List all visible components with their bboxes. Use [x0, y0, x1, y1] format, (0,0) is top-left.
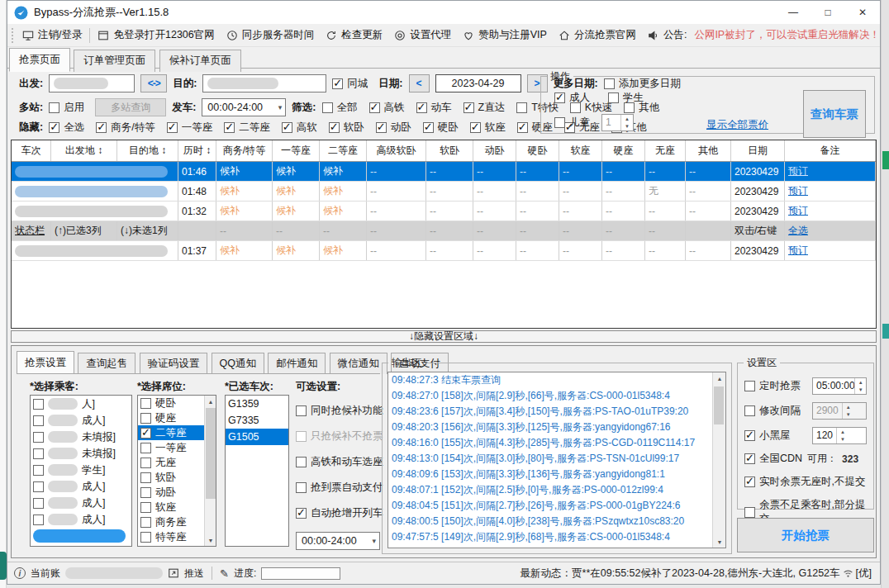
maximize-button[interactable]: □ — [811, 1, 845, 24]
stepper-arrows[interactable]: ▲▼ — [842, 403, 854, 419]
arrow-down-icon[interactable]: ▼ — [205, 534, 216, 546]
toolbar-grip[interactable] — [12, 28, 14, 43]
checkbox[interactable] — [33, 432, 44, 443]
train-item[interactable]: G1359 — [226, 396, 288, 412]
row-action-link[interactable]: 预订 — [785, 182, 876, 201]
tab-wechat-notify[interactable]: 微信通知 — [330, 353, 387, 374]
checkbox[interactable] — [470, 122, 481, 133]
checkbox[interactable] — [33, 465, 44, 476]
arrow-up-icon[interactable]: ▲ — [837, 428, 849, 436]
same-city-checkbox-item[interactable]: 同城 — [332, 77, 368, 91]
checkbox[interactable] — [33, 399, 44, 410]
filter-checkbox-item[interactable]: Z直达 — [464, 101, 506, 115]
hide-checkbox-item[interactable]: 高软 — [282, 121, 317, 135]
check-update-button[interactable]: 检查更新 — [320, 26, 388, 45]
child-count-stepper[interactable]: 1▲▼ — [601, 114, 634, 131]
train-list[interactable]: G1359G7335G1505 — [225, 395, 289, 547]
checkbox[interactable] — [33, 498, 44, 509]
seat-item[interactable]: 二等座 — [138, 425, 205, 440]
option-checkbox-item[interactable]: 只抢候补不抢票 — [296, 429, 385, 443]
enable-checkbox-item[interactable]: 启用 — [49, 101, 84, 115]
checkbox[interactable] — [608, 92, 619, 103]
filter-checkbox-item[interactable]: 高铁 — [369, 101, 405, 115]
checkbox[interactable] — [322, 102, 333, 113]
checkbox[interactable] — [332, 78, 343, 89]
option-checkbox-item[interactable]: 高铁和动车选座 — [296, 455, 385, 469]
stepper-arrows[interactable]: ▲▼ — [854, 378, 866, 394]
logout-login-button[interactable]: 注销/登录 — [17, 26, 88, 45]
hide-checkbox-item[interactable]: 一等座 — [167, 121, 213, 135]
show-all-prices-link[interactable]: 显示全部票价 — [706, 118, 768, 132]
checkbox[interactable] — [33, 481, 44, 492]
arrow-down-icon[interactable]: ▼ — [843, 411, 854, 420]
checkbox[interactable] — [224, 122, 235, 133]
timed-grab-checkbox-item[interactable]: 定时抢票 — [744, 379, 801, 393]
checkbox[interactable] — [282, 122, 292, 133]
checkbox[interactable] — [140, 532, 151, 543]
passenger-item[interactable]: 成人] — [31, 478, 131, 495]
no-seat-checkbox-item[interactable]: 实时余票无座时,不提交 — [744, 475, 865, 489]
column-header[interactable]: 高级软卧 — [367, 140, 426, 161]
checkbox[interactable] — [33, 415, 44, 426]
sync-server-time-button[interactable]: 同步服务器时间 — [221, 26, 321, 45]
child-checkbox-item[interactable]: 儿童 — [554, 116, 590, 130]
checkbox[interactable] — [140, 413, 151, 424]
column-header[interactable]: 软卧 — [426, 140, 473, 161]
column-header[interactable]: 日期 — [731, 140, 785, 161]
checkbox[interactable] — [33, 448, 44, 459]
arrow-up-icon[interactable]: ▲ — [843, 403, 854, 411]
checkbox[interactable] — [744, 507, 755, 518]
passenger-item[interactable]: 成人] — [31, 511, 131, 528]
checkbox[interactable] — [516, 102, 527, 113]
grab-time-range-select[interactable]: 00:00-24:00▾ — [296, 532, 380, 550]
set-proxy-button[interactable]: 设置代理 — [388, 26, 457, 45]
filter-checkbox-item[interactable]: 全部 — [322, 101, 358, 115]
arrow-down-icon[interactable]: ▼ — [855, 386, 866, 395]
hide-checkbox-item[interactable]: 动卧 — [376, 121, 411, 135]
column-header[interactable]: 动卧 — [473, 140, 516, 161]
open-12306-button[interactable]: 免登录打开12306官网 — [92, 26, 220, 45]
interval-stepper[interactable]: 2900▲▼ — [812, 402, 867, 420]
hide-checkbox-item[interactable]: 软卧 — [329, 121, 364, 135]
arrow-up-icon[interactable]: ▲ — [855, 378, 866, 386]
timed-grab-stepper[interactable]: 05:00:00▲▼ — [812, 377, 867, 395]
student-checkbox-item[interactable]: 学生 — [608, 91, 644, 105]
checkbox[interactable] — [96, 122, 107, 133]
arrow-down-icon[interactable]: ▼ — [621, 123, 633, 131]
checkbox[interactable] — [423, 122, 434, 133]
column-header[interactable]: 商务/特等 — [216, 140, 273, 161]
checkbox[interactable] — [49, 122, 59, 133]
table-row[interactable]: 状态栏(↑)已选3列(↓)未选1列--------------------双击/… — [12, 221, 876, 241]
stepper-arrows[interactable]: ▲▼ — [836, 428, 849, 443]
row-action-link[interactable]: 预订 — [785, 162, 876, 181]
depart-time-select[interactable]: 00:00-24:00▾ — [202, 98, 286, 116]
official-site-button[interactable]: 分流抢票官网 — [553, 26, 642, 45]
train-item[interactable]: G7335 — [226, 412, 288, 429]
seat-scrollbar[interactable]: ▲▼ — [204, 396, 216, 546]
hide-checkbox-item[interactable]: 硬卧 — [423, 121, 459, 135]
column-header[interactable]: 备注 — [785, 140, 876, 161]
checkbox[interactable] — [140, 502, 151, 513]
scrollbar-thumb[interactable] — [206, 408, 216, 499]
checkbox[interactable] — [296, 482, 307, 493]
tab-query-onsale[interactable]: 查询起售 — [78, 353, 135, 374]
option-checkbox-item[interactable]: 自动抢增开列车 — [296, 506, 385, 520]
checkbox[interactable] — [140, 472, 151, 483]
column-header[interactable]: 二等座 — [320, 140, 367, 161]
checkbox[interactable] — [376, 122, 387, 133]
column-header[interactable]: 硬座 — [602, 140, 645, 161]
scrollbar-thumb[interactable] — [714, 386, 724, 424]
swap-stations-button[interactable]: <-> — [140, 74, 167, 92]
tab-ticket-page[interactable]: 抢票页面 — [9, 48, 70, 72]
checkbox[interactable] — [329, 122, 340, 133]
checkbox[interactable] — [464, 102, 474, 113]
table-row[interactable]: 01:37候补候补候补----------------20230429预订 — [12, 241, 876, 261]
blacklist-stepper[interactable]: 120▲▼ — [812, 427, 867, 444]
stepper-arrows[interactable]: ▲▼ — [620, 115, 633, 130]
prev-date-button[interactable]: < — [409, 74, 430, 92]
passenger-item[interactable]: 未填报] — [31, 445, 131, 462]
push-label[interactable]: 推送 — [184, 567, 204, 581]
seat-list[interactable]: ▲▼ 硬卧硬座二等座一等座无座软卧动卧软座商务座特等座 — [137, 395, 216, 547]
passenger-list[interactable]: 人]成人]未填报]未填报]学生]成人]成人]成人] — [30, 395, 132, 547]
sponsor-vip-button[interactable]: 赞助与注册VIP — [457, 26, 553, 45]
